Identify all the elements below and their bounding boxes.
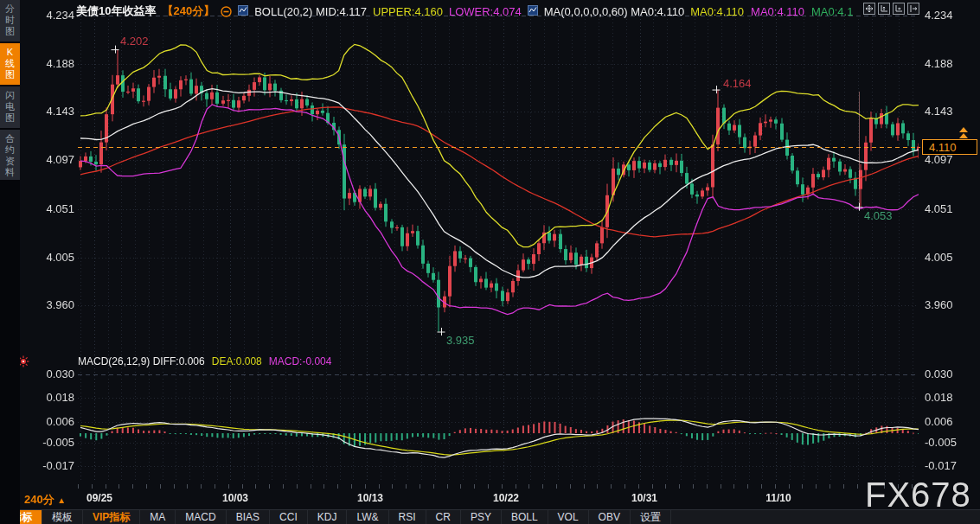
price-up-arrow-icon[interactable]	[959, 133, 968, 138]
toolbar-item[interactable]: 模板	[42, 510, 83, 524]
axis-tick-label: 0.006	[925, 415, 978, 428]
ma-value: MA0:4.1	[811, 5, 853, 18]
date-tick-label: 10/13	[344, 492, 396, 504]
axis-tick-label: -0.017	[925, 459, 978, 472]
date-tick-label: 11/10	[753, 492, 804, 504]
exit-icon[interactable]	[907, 3, 919, 15]
toolbar-item[interactable]: CCI	[270, 510, 308, 524]
left-tab-sidebar: 分时图K线图闪电图合约资料	[0, 0, 20, 524]
price-extreme-label: 4.202	[120, 35, 149, 48]
date-tick-label: 10/03	[209, 492, 261, 504]
date-axis-row: 240分 ▲ 09/2510/0310/1310/2210/3111/10	[0, 491, 980, 508]
scale-right-icon[interactable]	[893, 3, 905, 15]
fx678-watermark: FX678	[865, 476, 971, 514]
macd-header: MACD(26,12,9) DIFF:0.006 DEA:0.008 MACD:…	[78, 355, 331, 367]
ma-values: MA(0,0,0,0,0,60) MA0:4.110	[544, 5, 684, 18]
boll-values: BOLL(20,2) MID:4.117	[254, 5, 367, 18]
toolbar-item[interactable]: 设置	[631, 510, 671, 524]
macd-dea-value: DEA:0.008	[212, 355, 262, 367]
price-up-arrow-icon[interactable]	[959, 127, 968, 132]
sidebar-tab[interactable]: K线图	[0, 43, 20, 85]
macd-value: MACD:-0.004	[269, 355, 332, 367]
toolbar-item[interactable]: LW&	[347, 510, 388, 524]
date-tick-label: 09/25	[74, 492, 125, 504]
sidebar-tab[interactable]: 分时图	[0, 0, 20, 42]
axis-tick-label: -0.005	[925, 436, 978, 449]
sidebar-tab[interactable]: 闪电图	[0, 86, 20, 128]
toolbar-item[interactable]: KDJ	[308, 510, 348, 524]
indicator-toolbar: 指标模板VIP指标MAMACDBIASCCIKDJLW&RSICRPSYBOLL…	[0, 509, 980, 524]
price-extreme-label: 4.164	[723, 78, 752, 90]
move-icon[interactable]	[863, 3, 875, 15]
scale-up-icon[interactable]	[878, 3, 890, 15]
ma-indicator-icon	[528, 5, 538, 18]
ma-colored-values: MA0:4.110MA0:4.110MA0:4.1	[690, 5, 853, 18]
axis-tick-label: 3.960	[925, 298, 978, 311]
date-tick-label: 10/31	[618, 492, 670, 504]
axis-tick-label: 4.005	[925, 251, 978, 264]
period-label[interactable]: 【240分】	[162, 3, 215, 19]
toolbar-item[interactable]: BOLL	[502, 510, 548, 524]
price-extreme-label: 3.935	[446, 335, 475, 347]
period-selector[interactable]: 240分 ▲	[24, 492, 66, 508]
collapse-icon[interactable]	[221, 6, 232, 17]
toolbar-item[interactable]: VIP指标	[83, 510, 140, 524]
toolbar-item[interactable]: PSY	[461, 510, 502, 524]
toolbar-item[interactable]: MA	[140, 510, 176, 524]
boll-indicator-icon	[238, 5, 248, 18]
current-price-tag: 4.110	[922, 139, 977, 155]
date-tick-label: 10/22	[480, 492, 532, 504]
boll-lower-value: LOWER:4.074	[449, 5, 522, 18]
axis-tick-label: 0.018	[925, 391, 978, 404]
ma-value: MA0:4.110	[690, 5, 744, 18]
trading-app-window: 分时图K线图闪电图合约资料 美债10年收益率 【240分】 BOLL(20,2)…	[0, 0, 980, 524]
macd-diff-value: MACD(26,12,9) DIFF:0.006	[78, 355, 205, 367]
ma-value: MA0:4.110	[751, 5, 804, 18]
toolbar-item[interactable]: CR	[426, 510, 461, 524]
chart-header: 美债10年收益率 【240分】 BOLL(20,2) MID:4.117 UPP…	[20, 0, 980, 22]
window-controls	[863, 3, 919, 15]
axis-tick-label: 4.188	[925, 57, 978, 70]
axis-tick-label: 4.051	[925, 202, 978, 215]
x-axis-ticks	[78, 484, 919, 489]
instrument-title: 美债10年收益率	[76, 3, 156, 19]
toolbar-item[interactable]: OBV	[589, 510, 631, 524]
chart-canvas[interactable]	[0, 0, 980, 493]
sidebar-tab[interactable]: 合约资料	[0, 130, 20, 180]
toolbar-item[interactable]: VOL	[548, 510, 589, 524]
toolbar-item[interactable]: MACD	[176, 510, 226, 524]
axis-tick-label: 4.143	[925, 105, 978, 118]
boll-upper-value: UPPER:4.160	[373, 5, 443, 18]
axis-tick-label: 0.030	[925, 367, 978, 380]
toolbar-item[interactable]: BIAS	[227, 510, 270, 524]
toolbar-item[interactable]: RSI	[389, 510, 426, 524]
price-extreme-label: 4.053	[864, 210, 893, 222]
